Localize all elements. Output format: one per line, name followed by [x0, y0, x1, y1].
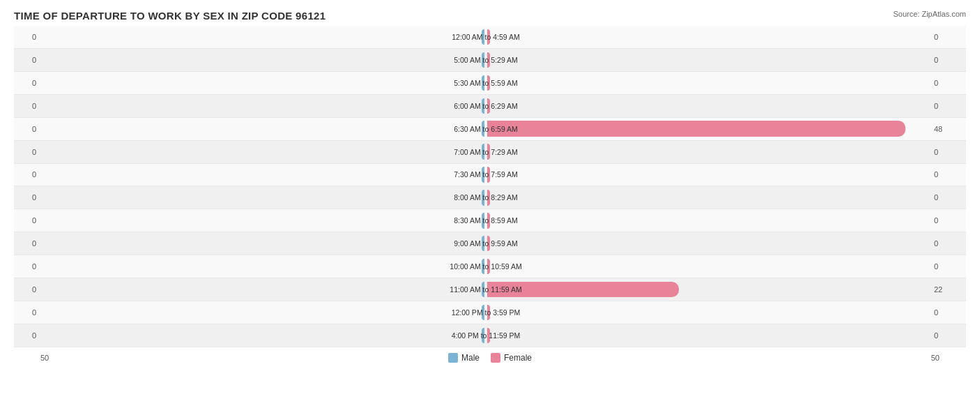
male-legend-box	[448, 353, 458, 363]
male-bar	[482, 282, 484, 297]
male-side	[40, 95, 486, 117]
female-side	[486, 301, 931, 324]
bar-row: 06:30 AM to 6:59 AM48	[14, 118, 966, 141]
bars-center: 5:30 AM to 5:59 AM	[40, 72, 931, 94]
male-bar	[482, 213, 484, 228]
footer-right-label: 50	[931, 354, 940, 362]
left-value: 0	[14, 216, 40, 225]
legend: Male Female	[448, 353, 532, 363]
right-value: 48	[931, 125, 966, 133]
female-legend-label: Female	[504, 353, 532, 363]
right-value: 0	[931, 102, 966, 110]
bar-row: 07:30 AM to 7:59 AM0	[14, 164, 966, 187]
male-bar	[482, 259, 484, 274]
female-legend-box	[491, 353, 500, 363]
bar-row: 05:00 AM to 5:29 AM0	[14, 49, 966, 72]
bar-row: 012:00 PM to 3:59 PM0	[14, 301, 966, 324]
source-label: Source: ZipAtlas.com	[893, 10, 966, 18]
bars-center: 8:30 AM to 8:59 AM	[40, 209, 931, 232]
male-side	[40, 72, 486, 94]
bar-row: 08:30 AM to 8:59 AM0	[14, 209, 966, 232]
male-side	[40, 118, 486, 140]
right-value: 0	[931, 331, 966, 340]
bars-center: 9:00 AM to 9:59 AM	[40, 232, 931, 255]
left-value: 0	[14, 308, 40, 317]
bar-row: 04:00 PM to 11:59 PM0	[14, 324, 966, 347]
female-side	[486, 278, 931, 301]
left-value: 0	[14, 79, 40, 87]
bar-row: 07:00 AM to 7:29 AM0	[14, 141, 966, 164]
female-bar	[487, 282, 679, 297]
male-bar	[482, 328, 484, 343]
bars-center: 12:00 PM to 3:59 PM	[40, 301, 931, 324]
male-side	[40, 301, 486, 324]
bars-center: 12:00 AM to 4:59 AM	[40, 26, 931, 48]
male-bar	[482, 305, 484, 320]
bars-center: 8:00 AM to 8:29 AM	[40, 186, 931, 209]
left-value: 0	[14, 331, 40, 340]
bars-center: 7:30 AM to 7:59 AM	[40, 164, 931, 186]
chart-footer: 50 Male Female 50	[14, 347, 966, 368]
bars-center: 4:00 PM to 11:59 PM	[40, 324, 931, 347]
female-side	[486, 255, 931, 278]
left-value: 0	[14, 56, 40, 64]
female-bar	[487, 75, 490, 91]
female-bar	[487, 29, 490, 45]
female-side	[486, 26, 931, 48]
female-bar	[487, 328, 490, 343]
female-bar	[487, 259, 490, 274]
right-value: 0	[931, 239, 966, 248]
male-bar	[482, 75, 484, 91]
bar-row: 010:00 AM to 10:59 AM0	[14, 255, 966, 278]
left-value: 0	[14, 193, 40, 202]
right-value: 0	[931, 216, 966, 225]
male-bar	[482, 144, 484, 159]
male-bar	[482, 190, 484, 205]
right-value: 0	[931, 56, 966, 64]
bars-center: 10:00 AM to 10:59 AM	[40, 255, 931, 278]
right-value: 0	[931, 79, 966, 87]
right-value: 0	[931, 193, 966, 202]
female-bar	[487, 305, 490, 320]
male-legend-label: Male	[461, 353, 480, 363]
bar-row: 011:00 AM to 11:59 AM22	[14, 278, 966, 301]
bars-center: 7:00 AM to 7:29 AM	[40, 141, 931, 163]
male-bar	[482, 236, 484, 251]
bar-row: 05:30 AM to 5:59 AM0	[14, 72, 966, 95]
male-bar	[482, 121, 484, 136]
male-side	[40, 26, 486, 48]
female-side	[486, 324, 931, 347]
female-side	[486, 49, 931, 71]
legend-female: Female	[491, 353, 532, 363]
female-bar	[487, 190, 490, 205]
male-side	[40, 141, 486, 163]
left-value: 0	[14, 239, 40, 248]
bars-center: 5:00 AM to 5:29 AM	[40, 49, 931, 71]
female-bar	[487, 167, 490, 182]
female-side	[486, 95, 931, 117]
bar-row: 08:00 AM to 8:29 AM0	[14, 186, 966, 209]
right-value: 0	[931, 262, 966, 271]
female-side	[486, 209, 931, 232]
left-value: 0	[14, 262, 40, 271]
male-side	[40, 49, 486, 71]
bars-center: 6:00 AM to 6:29 AM	[40, 95, 931, 117]
male-side	[40, 164, 486, 186]
male-side	[40, 324, 486, 347]
female-side	[486, 186, 931, 209]
left-value: 0	[14, 33, 40, 41]
left-value: 0	[14, 102, 40, 110]
female-side	[486, 141, 931, 163]
rows-wrapper: 012:00 AM to 4:59 AM005:00 AM to 5:29 AM…	[14, 26, 966, 347]
right-value: 0	[931, 170, 966, 179]
female-bar	[487, 213, 490, 228]
bars-center: 6:30 AM to 6:59 AM	[40, 118, 931, 140]
right-value: 0	[931, 308, 966, 317]
male-side	[40, 278, 486, 301]
right-value: 22	[931, 285, 966, 294]
left-value: 0	[14, 170, 40, 179]
female-bar	[487, 144, 490, 159]
chart-area: 012:00 AM to 4:59 AM005:00 AM to 5:29 AM…	[14, 26, 966, 368]
male-bar	[482, 98, 484, 114]
chart-container: TIME OF DEPARTURE TO WORK BY SEX IN ZIP …	[0, 0, 980, 415]
